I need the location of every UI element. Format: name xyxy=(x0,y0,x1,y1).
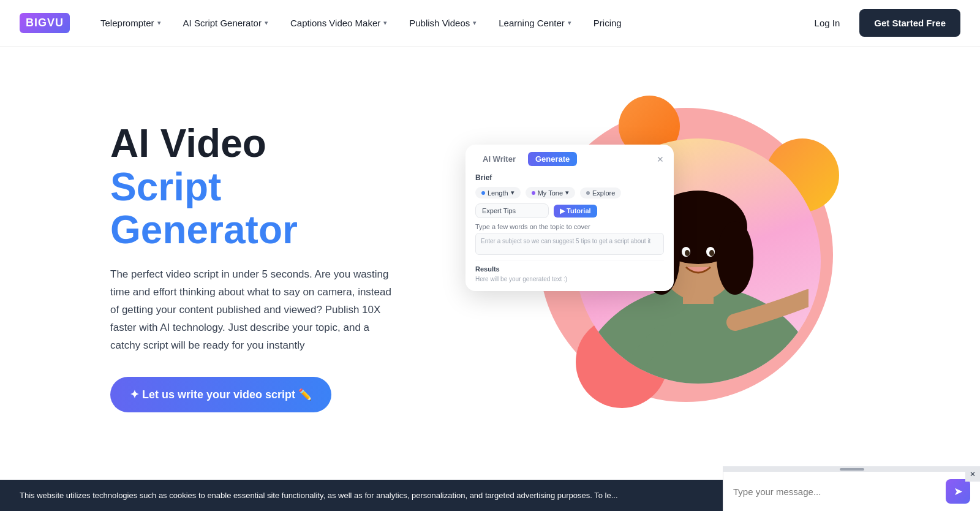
expert-tips-input[interactable]: Expert Tips xyxy=(475,203,549,218)
options-row: Length ▾ My Tone ▾ Explore xyxy=(475,187,664,199)
chevron-down-icon: ▾ xyxy=(383,19,387,27)
chevron-down-icon: ▾ xyxy=(265,19,268,27)
nav-item-ai-script[interactable]: AI Script Generator ▾ xyxy=(172,0,279,47)
chip-dot-blue xyxy=(481,191,485,195)
get-started-button[interactable]: Get Started Free xyxy=(859,9,960,37)
hero-title-blue: Script Generator xyxy=(110,165,429,252)
chip-tone[interactable]: My Tone ▾ xyxy=(526,187,575,199)
chat-widget: ✕ ➤ xyxy=(723,466,980,511)
svg-point-8 xyxy=(685,250,690,256)
cookie-banner: This website utilizes technologies such … xyxy=(0,480,723,512)
login-button[interactable]: Log In xyxy=(805,13,850,33)
nav-item-captions[interactable]: Captions Video Maker ▾ xyxy=(279,0,398,47)
nav-item-publish[interactable]: Publish Videos ▾ xyxy=(398,0,488,47)
card-body: Brief Length ▾ My Tone ▾ Explore xyxy=(466,166,674,291)
chevron-down-icon: ▾ xyxy=(473,19,477,27)
hero-section: AI Video Script Generator The perfect vi… xyxy=(0,47,980,488)
chip-dot-purple xyxy=(532,191,535,195)
chat-send-button[interactable]: ➤ xyxy=(946,479,970,504)
card-divider xyxy=(475,260,664,260)
nav-item-pricing[interactable]: Pricing xyxy=(582,0,633,47)
logo[interactable]: BIGVU xyxy=(20,13,70,33)
hero-title-black: AI Video xyxy=(110,122,429,165)
nav-item-learning[interactable]: Learning Center ▾ xyxy=(488,0,582,47)
navbar: BIGVU Teleprompter ▾ AI Script Generator… xyxy=(0,0,980,47)
nav-right: Log In Get Started Free xyxy=(805,9,960,37)
chevron-down-icon: ▾ xyxy=(568,19,571,27)
card-header: AI Writer Generate ✕ xyxy=(466,145,674,166)
tutorial-button[interactable]: ▶ Tutorial xyxy=(554,205,597,218)
section-brief-label: Brief xyxy=(475,173,664,182)
tab-ai-writer[interactable]: AI Writer xyxy=(475,152,523,166)
hero-description: The perfect video script in under 5 seco… xyxy=(110,266,392,354)
input-row: Expert Tips ▶ Tutorial xyxy=(475,203,664,218)
chip-dot-gray xyxy=(586,191,590,195)
drag-handle xyxy=(840,468,864,471)
hero-content: AI Video Script Generator The perfect vi… xyxy=(110,122,429,412)
cookie-text: This website utilizes technologies such … xyxy=(20,491,618,500)
tab-generate[interactable]: Generate xyxy=(528,152,577,166)
close-icon[interactable]: ✕ xyxy=(657,154,664,164)
chat-drag-bar: ✕ xyxy=(723,467,980,472)
results-label: Results xyxy=(475,265,664,273)
nav-links: Teleprompter ▾ AI Script Generator ▾ Cap… xyxy=(89,0,805,47)
chevron-down-icon: ▾ xyxy=(157,19,161,27)
topic-textarea[interactable]: Enter a subject so we can suggest 5 tips… xyxy=(475,233,664,255)
results-text: Here will be your generated text :) xyxy=(475,275,664,284)
chip-length[interactable]: Length ▾ xyxy=(475,187,521,199)
hero-visual: AI Writer Generate ✕ Brief Length ▾ My T… xyxy=(429,89,870,445)
chat-input-row: ➤ xyxy=(723,472,980,511)
chip-explore[interactable]: Explore xyxy=(580,187,621,199)
svg-point-9 xyxy=(709,250,714,256)
chat-close-button[interactable]: ✕ xyxy=(965,467,980,482)
ui-card: AI Writer Generate ✕ Brief Length ▾ My T… xyxy=(466,145,674,291)
nav-item-teleprompter[interactable]: Teleprompter ▾ xyxy=(89,0,172,47)
svg-point-5 xyxy=(717,221,753,295)
hero-cta-button[interactable]: ✦ Let us write your video script ✏️ xyxy=(110,377,331,412)
topic-label: Type a few words on the topic to cover xyxy=(475,223,664,230)
chat-input[interactable] xyxy=(733,486,938,497)
card-tabs: AI Writer Generate xyxy=(475,152,577,166)
